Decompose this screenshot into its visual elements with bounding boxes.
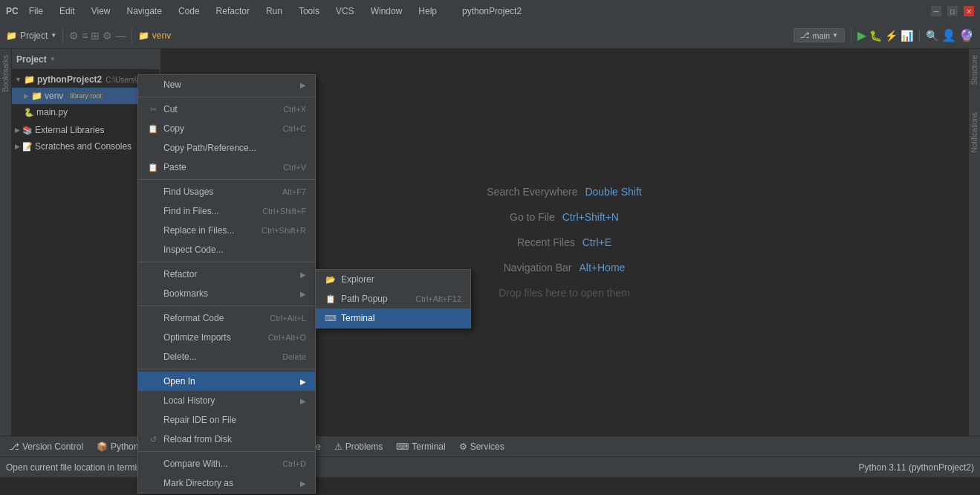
submenu-terminal[interactable]: ⌨ Terminal [316,308,470,328]
ctx-bookmarks[interactable]: Bookmarks ▶ [138,284,315,303]
submenu-path-popup-shortcut: Ctrl+Alt+F12 [415,294,461,303]
ctx-compare-shortcut: Ctrl+D [283,459,306,468]
ctx-sep-1 [138,97,315,97]
ctx-copy[interactable]: 📋 Copy Ctrl+C [138,119,315,138]
ctx-repair-ide[interactable]: Repair IDE on File [138,410,315,430]
toolbar-nav-icon-4[interactable]: ⚙ [103,30,112,42]
ctx-find-usages-icon [147,186,159,198]
menu-view[interactable]: View [85,4,117,18]
scratches-chevron: ▶ [15,143,20,150]
ctx-paste-icon: 📋 [147,161,159,173]
ctx-sep-6 [138,451,315,452]
ctx-compare-label: Compare With... [163,459,228,469]
menu-file[interactable]: File [23,4,49,18]
tab-services[interactable]: ⚙ Services [453,438,510,456]
tab-version-control[interactable]: ⎇ Version Control [3,438,89,456]
search-button[interactable]: 🔍 [926,30,938,42]
ctx-reformat-code[interactable]: Reformat Code Ctrl+Alt+L [138,308,315,328]
ctx-delete-icon [147,351,159,363]
menu-run[interactable]: Run [260,4,288,18]
ctx-paste-shortcut: Ctrl+V [283,163,306,172]
ctx-paste[interactable]: 📋 Paste Ctrl+V [138,158,315,177]
menu-tools[interactable]: Tools [293,4,325,18]
tab-terminal[interactable]: ⌨ Terminal [390,438,451,456]
menu-navigate[interactable]: Navigate [121,4,168,18]
ctx-new[interactable]: New ▶ [138,75,315,94]
debug-button[interactable]: 🐛 [869,30,882,42]
ctx-find-in-files[interactable]: Find in Files... Ctrl+Shift+F [138,201,315,221]
terminal-icon: ⌨ [396,441,409,452]
notifications-label[interactable]: Notifications [970,106,979,158]
menu-vcs[interactable]: VCS [330,4,360,18]
ctx-open-in[interactable]: Open In ▶ [138,372,315,391]
submenu-path-popup[interactable]: 📋 Path Popup Ctrl+Alt+F12 [316,289,470,308]
avatar-button[interactable]: 👤 [941,28,956,42]
profile-button[interactable]: 📊 [901,30,913,42]
ctx-refactor-arrow: ▶ [300,271,306,279]
toolbar-nav-icon-1[interactable]: ⚙ [69,30,79,42]
structure-strip: Structure Notifications [968,49,980,436]
toolbar-project: 📁 Project ▼ [6,30,56,41]
tab-problems[interactable]: ⚠ Problems [328,438,389,456]
toolbar-nav-icon-5[interactable]: — [115,30,126,42]
ctx-refactor[interactable]: Refactor ▶ [138,265,315,284]
ctx-inspect-code[interactable]: Inspect Code... [138,240,315,259]
ctx-local-history[interactable]: Local History ▶ [138,391,315,410]
ctx-find-usages[interactable]: Find Usages Alt+F7 [138,182,315,201]
plugin-button[interactable]: 🔮 [959,28,974,42]
ctx-sep-5 [138,369,315,369]
bookmarks-label[interactable]: Bookmarks [1,49,10,98]
ctx-local-history-icon [147,395,159,407]
tab-services-label: Services [470,441,504,452]
ctx-copy-path[interactable]: Copy Path/Reference... [138,138,315,158]
ctx-delete[interactable]: Delete... Delete [138,347,315,366]
goto-file-shortcut: Ctrl+Shift+N [562,211,619,223]
ctx-replace-in-files[interactable]: Replace in Files... Ctrl+Shift+R [138,221,315,240]
project-header-title: Project [16,54,47,65]
project-dropdown-arrow[interactable]: ▼ [50,56,56,62]
problems-icon: ⚠ [334,441,343,452]
navigation-bar-shortcut: Alt+Home [579,262,625,274]
branch-icon: ⎇ [800,30,810,40]
bookmarks-strip: Bookmarks [0,49,12,436]
coverage-button[interactable]: ⚡ [885,30,898,42]
ctx-replace-in-files-label: Replace in Files... [163,225,234,236]
minimize-button[interactable]: ─ [931,6,941,16]
ctx-compare-with[interactable]: Compare With... Ctrl+D [138,454,315,473]
menu-edit[interactable]: Edit [53,4,81,18]
menu-refactor[interactable]: Refactor [210,4,256,18]
ctx-reload-disk-label: Reload from Disk [163,434,232,444]
ctx-reload-disk[interactable]: ↺ Reload from Disk [138,430,315,449]
ctx-compare-left: Compare With... [147,458,228,470]
tab-problems-label: Problems [345,441,383,452]
toolbar-nav-icon-3[interactable]: ⊞ [91,30,100,42]
menu-help[interactable]: Help [412,4,443,18]
ctx-local-history-arrow: ▶ [300,397,306,405]
ctx-reformat-label: Reformat Code [163,313,224,323]
menu-code[interactable]: Code [172,4,206,18]
ctx-compare-icon [147,458,159,470]
main-py-label: main.py [36,107,68,117]
ctx-inspect-code-left: Inspect Code... [147,244,224,256]
close-button[interactable]: ✕ [964,6,974,16]
branch-button[interactable]: ⎇ main ▼ [794,28,845,42]
ctx-cut[interactable]: ✂ Cut Ctrl+X [138,100,315,119]
toolbar-nav-icon-2[interactable]: ≡ [82,30,88,42]
project-dropdown-icon[interactable]: ▼ [51,32,56,39]
structure-label[interactable]: Structure [970,49,979,91]
ctx-reload-disk-icon: ↺ [147,433,159,445]
ctx-reformat-icon [147,312,159,324]
ctx-optimize-imports[interactable]: Optimize Imports Ctrl+Alt+O [138,328,315,347]
menu-window[interactable]: Window [365,4,409,18]
ctx-find-in-files-label: Find in Files... [163,206,219,216]
run-button[interactable]: ▶ [857,28,866,42]
drop-hint-label: Drop files here to open them [499,287,630,299]
submenu-open-in: 📂 Explorer 📋 Path Popup Ctrl+Alt+F12 ⌨ T… [315,269,471,329]
ctx-local-history-left: Local History [147,395,215,407]
submenu-explorer[interactable]: 📂 Explorer [316,270,470,289]
status-python-version[interactable]: Python 3.11 (pythonProject2) [859,462,974,473]
ctx-cut-shortcut: Ctrl+X [283,105,306,114]
python-packages-icon: 📦 [97,441,108,452]
ctx-mark-directory[interactable]: Mark Directory as ▶ [138,473,315,493]
maximize-button[interactable]: □ [947,6,958,16]
